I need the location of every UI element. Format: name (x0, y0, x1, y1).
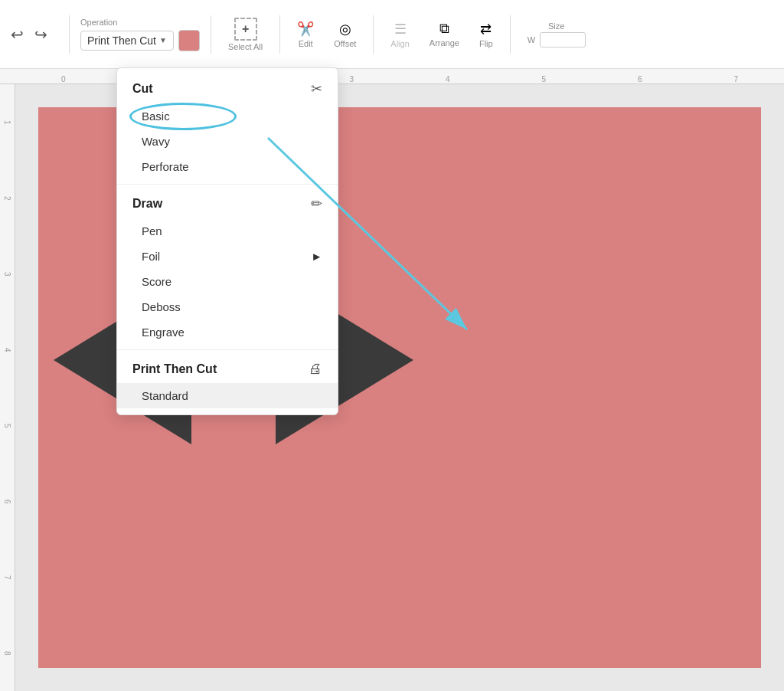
ruler-left-3: 3 (3, 236, 11, 312)
scissors-icon: ✂ (311, 80, 322, 97)
divider-3 (279, 15, 280, 54)
arrange-button[interactable]: ⧉ Arrange (423, 18, 466, 51)
foil-menu-item[interactable]: Foil ► (117, 244, 338, 269)
flip-button[interactable]: ⇄ Flip (473, 18, 499, 51)
width-input[interactable] (540, 32, 586, 47)
redo-button[interactable]: ↪ (31, 22, 51, 47)
ruler-num-7: 7 (688, 75, 785, 84)
operation-section: Operation Print Then Cut ▼ (80, 18, 200, 51)
edit-icon: ✂️ (297, 21, 314, 38)
select-all-button[interactable]: + Select All (222, 15, 269, 54)
divider-2 (211, 15, 211, 54)
menu-divider-1 (117, 184, 338, 185)
align-button[interactable]: ☰ Align (384, 18, 415, 51)
printer-icon: 🖨 (309, 361, 322, 377)
score-label: Score (142, 275, 172, 288)
operation-value: Print Then Cut (87, 34, 156, 47)
offset-label: Offset (334, 39, 356, 48)
dropdown-caret-icon: ▼ (159, 36, 167, 44)
align-label: Align (390, 39, 409, 48)
pen-label: Pen (142, 224, 162, 237)
pen-menu-item[interactable]: Pen (117, 218, 338, 244)
score-menu-item[interactable]: Score (117, 269, 338, 294)
align-icon: ☰ (394, 21, 407, 38)
operation-controls: Print Then Cut ▼ (80, 30, 200, 51)
size-label: Size (548, 21, 564, 31)
print-then-cut-label: Print Then Cut (132, 362, 217, 376)
standard-label: Standard (142, 389, 188, 402)
flip-label: Flip (479, 39, 493, 48)
perforate-menu-item[interactable]: Perforate (117, 154, 338, 179)
arrange-icon: ⧉ (439, 21, 449, 37)
plus-icon: + (242, 22, 249, 36)
print-then-cut-section-header: Print Then Cut 🖨 (117, 355, 338, 383)
undo-redo-group: ↩ ↪ (8, 22, 51, 47)
cut-label: Cut (132, 82, 153, 96)
perforate-label: Perforate (142, 160, 189, 173)
draw-section-header: Draw ✏ (117, 189, 338, 218)
foil-label: Foil (142, 250, 160, 263)
ruler-left-5: 5 (3, 388, 11, 463)
basic-menu-item[interactable]: Basic (117, 103, 338, 129)
deboss-label: Deboss (142, 300, 181, 313)
edit-button[interactable]: ✂️ Edit (291, 18, 320, 51)
ruler-left-4: 4 (3, 312, 11, 388)
arrange-label: Arrange (430, 38, 459, 47)
ruler-left-8: 8 (3, 615, 11, 691)
engrave-menu-item[interactable]: Engrave (117, 319, 338, 345)
color-swatch[interactable] (178, 30, 200, 51)
ruler-num-5: 5 (496, 75, 593, 84)
draw-label: Draw (132, 197, 162, 211)
divider-1 (69, 15, 70, 54)
ruler-num-4: 4 (400, 75, 496, 84)
divider-5 (510, 15, 511, 54)
standard-menu-item[interactable]: Standard (117, 383, 338, 408)
ruler-left-7: 7 (3, 539, 11, 615)
engrave-label: Engrave (142, 326, 185, 339)
operation-dropdown[interactable]: Print Then Cut ▼ (80, 31, 174, 51)
pencil-icon: ✏ (311, 195, 322, 212)
ruler-left-2: 2 (3, 160, 11, 236)
foil-submenu-arrow: ► (311, 250, 322, 263)
ruler-left-6: 6 (3, 463, 11, 539)
select-all-icon: + (234, 18, 257, 41)
undo-button[interactable]: ↩ (8, 22, 27, 47)
cut-section-header: Cut ✂ (117, 74, 338, 103)
toolbar: ↩ ↪ Operation Print Then Cut ▼ + Select … (0, 0, 784, 69)
wavy-menu-item[interactable]: Wavy (117, 129, 338, 154)
edit-label: Edit (299, 39, 313, 48)
ruler-num-6: 6 (592, 75, 688, 84)
offset-icon: ◎ (339, 21, 351, 38)
select-all-label: Select All (228, 42, 263, 51)
ruler-left: 1 2 3 4 5 6 7 8 (0, 84, 15, 691)
width-row: W (528, 32, 586, 47)
offset-button[interactable]: ◎ Offset (328, 18, 362, 51)
menu-divider-2 (117, 349, 338, 350)
flip-icon: ⇄ (480, 21, 492, 38)
deboss-menu-item[interactable]: Deboss (117, 294, 338, 319)
operation-label: Operation (80, 18, 117, 27)
basic-label: Basic (142, 110, 170, 123)
ruler-num-0: 0 (15, 75, 112, 84)
wavy-label: Wavy (142, 135, 170, 148)
w-label: W (528, 35, 537, 44)
operation-dropdown-menu: Cut ✂ Basic Wavy Perforate Draw ✏ Pen Fo… (116, 67, 338, 415)
ruler-left-1: 1 (3, 84, 11, 160)
divider-4 (373, 15, 374, 54)
size-section: Size W (521, 18, 592, 51)
